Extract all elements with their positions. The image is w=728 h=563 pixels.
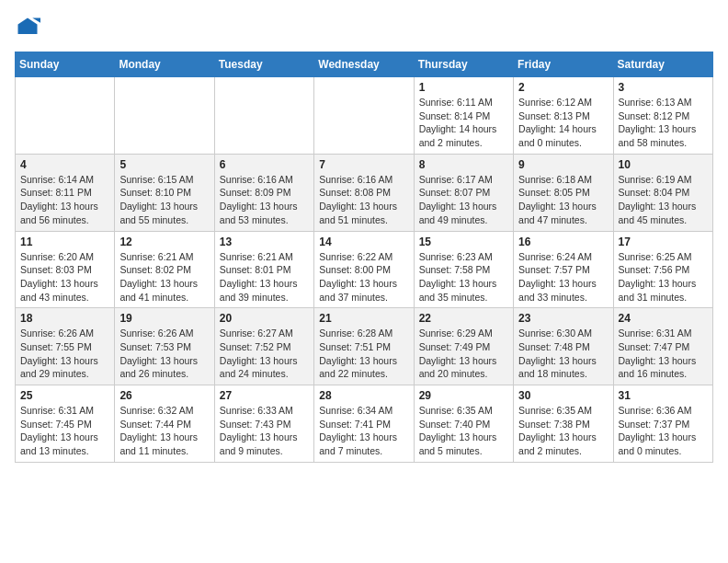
day-number: 11 [20,236,109,248]
calendar-cell: 16Sunrise: 6:24 AM Sunset: 7:57 PM Dayli… [514,231,613,308]
weekday-header: Sunday [16,52,115,77]
calendar-cell: 12Sunrise: 6:21 AM Sunset: 8:02 PM Dayli… [115,231,214,308]
day-info: Sunrise: 6:15 AM Sunset: 8:10 PM Dayligh… [119,173,209,227]
calendar-cell: 2Sunrise: 6:12 AM Sunset: 8:13 PM Daylig… [514,77,613,155]
calendar-cell: 19Sunrise: 6:26 AM Sunset: 7:53 PM Dayli… [115,308,214,385]
calendar-cell: 7Sunrise: 6:16 AM Sunset: 8:08 PM Daylig… [314,154,414,231]
day-number: 17 [619,236,708,248]
weekday-header: Friday [514,52,613,77]
day-number: 18 [20,312,109,325]
calendar-cell: 29Sunrise: 6:35 AM Sunset: 7:40 PM Dayli… [414,385,513,463]
weekday-header: Thursday [414,52,513,77]
day-number: 31 [619,389,708,402]
day-number: 3 [619,81,708,94]
calendar-cell: 13Sunrise: 6:21 AM Sunset: 8:01 PM Dayli… [214,231,313,308]
calendar-cell: 5Sunrise: 6:15 AM Sunset: 8:10 PM Daylig… [115,154,214,231]
day-info: Sunrise: 6:17 AM Sunset: 8:07 PM Dayligh… [419,173,508,227]
day-number: 1 [419,81,508,94]
calendar-week-row: 18Sunrise: 6:26 AM Sunset: 7:55 PM Dayli… [16,308,713,385]
day-info: Sunrise: 6:18 AM Sunset: 8:05 PM Dayligh… [518,173,608,227]
day-number: 15 [419,236,508,248]
weekday-header: Wednesday [314,52,414,77]
day-number: 14 [319,236,408,248]
calendar-cell: 14Sunrise: 6:22 AM Sunset: 8:00 PM Dayli… [314,231,414,308]
day-info: Sunrise: 6:26 AM Sunset: 7:53 PM Dayligh… [119,327,209,381]
day-info: Sunrise: 6:31 AM Sunset: 7:47 PM Dayligh… [619,327,708,381]
calendar-cell: 26Sunrise: 6:32 AM Sunset: 7:44 PM Dayli… [115,385,214,463]
day-number: 22 [419,312,508,325]
day-number: 7 [319,158,408,171]
day-info: Sunrise: 6:35 AM Sunset: 7:40 PM Dayligh… [419,404,508,458]
day-number: 19 [119,312,209,325]
day-number: 21 [319,312,408,325]
calendar-cell: 10Sunrise: 6:19 AM Sunset: 8:04 PM Dayli… [613,154,712,231]
calendar-cell: 6Sunrise: 6:16 AM Sunset: 8:09 PM Daylig… [214,154,313,231]
day-number: 26 [119,389,209,402]
day-number: 8 [419,158,508,171]
calendar-cell: 11Sunrise: 6:20 AM Sunset: 8:03 PM Dayli… [16,231,115,308]
day-info: Sunrise: 6:16 AM Sunset: 8:09 PM Dayligh… [220,173,309,227]
day-number: 27 [220,389,309,402]
day-info: Sunrise: 6:19 AM Sunset: 8:04 PM Dayligh… [619,173,708,227]
calendar-cell: 24Sunrise: 6:31 AM Sunset: 7:47 PM Dayli… [613,308,712,385]
calendar-cell: 27Sunrise: 6:33 AM Sunset: 7:43 PM Dayli… [214,385,313,463]
calendar-cell: 3Sunrise: 6:13 AM Sunset: 8:12 PM Daylig… [613,77,712,155]
day-info: Sunrise: 6:21 AM Sunset: 8:02 PM Dayligh… [119,250,209,304]
day-info: Sunrise: 6:32 AM Sunset: 7:44 PM Dayligh… [119,404,209,458]
day-info: Sunrise: 6:30 AM Sunset: 7:48 PM Dayligh… [518,327,608,381]
calendar-cell: 25Sunrise: 6:31 AM Sunset: 7:45 PM Dayli… [16,385,115,463]
day-info: Sunrise: 6:29 AM Sunset: 7:49 PM Dayligh… [419,327,508,381]
logo-icon [15,15,40,40]
day-info: Sunrise: 6:36 AM Sunset: 7:37 PM Dayligh… [619,404,708,458]
calendar-cell [115,77,214,155]
day-info: Sunrise: 6:28 AM Sunset: 7:51 PM Dayligh… [319,327,408,381]
logo [15,15,44,40]
day-info: Sunrise: 6:26 AM Sunset: 7:55 PM Dayligh… [20,327,109,381]
calendar-cell: 9Sunrise: 6:18 AM Sunset: 8:05 PM Daylig… [514,154,613,231]
calendar-cell: 17Sunrise: 6:25 AM Sunset: 7:56 PM Dayli… [613,231,712,308]
day-number: 23 [518,312,608,325]
calendar-header-row: SundayMondayTuesdayWednesdayThursdayFrid… [16,52,713,77]
day-number: 6 [220,158,309,171]
calendar-cell: 21Sunrise: 6:28 AM Sunset: 7:51 PM Dayli… [314,308,414,385]
day-info: Sunrise: 6:16 AM Sunset: 8:08 PM Dayligh… [319,173,408,227]
page-header [15,15,713,40]
calendar-cell: 31Sunrise: 6:36 AM Sunset: 7:37 PM Dayli… [613,385,712,463]
calendar-week-row: 4Sunrise: 6:14 AM Sunset: 8:11 PM Daylig… [16,154,713,231]
day-info: Sunrise: 6:25 AM Sunset: 7:56 PM Dayligh… [619,250,708,304]
day-number: 4 [20,158,109,171]
day-number: 13 [220,236,309,248]
calendar-cell: 30Sunrise: 6:35 AM Sunset: 7:38 PM Dayli… [514,385,613,463]
day-info: Sunrise: 6:31 AM Sunset: 7:45 PM Dayligh… [20,404,109,458]
day-info: Sunrise: 6:21 AM Sunset: 8:01 PM Dayligh… [220,250,309,304]
day-info: Sunrise: 6:13 AM Sunset: 8:12 PM Dayligh… [619,96,708,150]
calendar-cell: 4Sunrise: 6:14 AM Sunset: 8:11 PM Daylig… [16,154,115,231]
day-info: Sunrise: 6:14 AM Sunset: 8:11 PM Dayligh… [20,173,109,227]
day-number: 30 [518,389,608,402]
day-info: Sunrise: 6:22 AM Sunset: 8:00 PM Dayligh… [319,250,408,304]
weekday-header: Saturday [613,52,712,77]
day-number: 29 [419,389,508,402]
calendar-cell [314,77,414,155]
day-number: 12 [119,236,209,248]
calendar-week-row: 1Sunrise: 6:11 AM Sunset: 8:14 PM Daylig… [16,77,713,155]
day-number: 20 [220,312,309,325]
day-number: 10 [619,158,708,171]
weekday-header: Tuesday [214,52,313,77]
calendar-cell [214,77,313,155]
day-info: Sunrise: 6:11 AM Sunset: 8:14 PM Dayligh… [419,96,508,150]
calendar-cell: 22Sunrise: 6:29 AM Sunset: 7:49 PM Dayli… [414,308,513,385]
svg-marker-0 [18,18,38,35]
day-info: Sunrise: 6:27 AM Sunset: 7:52 PM Dayligh… [220,327,309,381]
calendar-cell: 15Sunrise: 6:23 AM Sunset: 7:58 PM Dayli… [414,231,513,308]
calendar-week-row: 11Sunrise: 6:20 AM Sunset: 8:03 PM Dayli… [16,231,713,308]
day-number: 16 [518,236,608,248]
calendar-cell: 1Sunrise: 6:11 AM Sunset: 8:14 PM Daylig… [414,77,513,155]
day-info: Sunrise: 6:24 AM Sunset: 7:57 PM Dayligh… [518,250,608,304]
day-number: 5 [119,158,209,171]
day-info: Sunrise: 6:33 AM Sunset: 7:43 PM Dayligh… [220,404,309,458]
day-number: 24 [619,312,708,325]
day-info: Sunrise: 6:34 AM Sunset: 7:41 PM Dayligh… [319,404,408,458]
calendar-cell: 8Sunrise: 6:17 AM Sunset: 8:07 PM Daylig… [414,154,513,231]
day-info: Sunrise: 6:23 AM Sunset: 7:58 PM Dayligh… [419,250,508,304]
